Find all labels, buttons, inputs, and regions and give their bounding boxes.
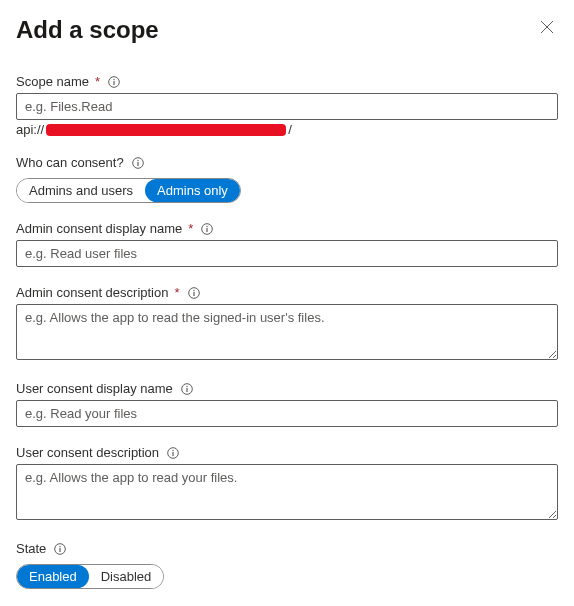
admin-consent-display-name-input[interactable] [16,240,558,267]
admin-consent-display-name-label: Admin consent display name [16,221,182,236]
required-indicator: * [95,74,100,89]
info-icon[interactable] [167,447,179,459]
svg-rect-4 [113,81,114,85]
user-consent-description-label: User consent description [16,445,159,460]
consent-option-admins-only[interactable]: Admins only [145,179,240,202]
consent-option-admins-and-users[interactable]: Admins and users [17,179,145,202]
panel-title: Add a scope [16,16,159,44]
admin-consent-description-label: Admin consent description [16,285,168,300]
info-icon[interactable] [132,157,144,169]
svg-rect-13 [193,292,194,296]
who-can-consent-toggle[interactable]: Admins and users Admins only [16,178,241,203]
state-toggle[interactable]: Enabled Disabled [16,564,164,589]
info-icon[interactable] [201,223,213,235]
info-icon[interactable] [54,543,66,555]
who-can-consent-label: Who can consent? [16,155,124,170]
svg-point-21 [60,545,61,546]
info-icon[interactable] [188,287,200,299]
scope-name-input[interactable] [16,93,558,120]
svg-rect-22 [60,548,61,552]
user-consent-display-name-input[interactable] [16,400,558,427]
required-indicator: * [188,221,193,236]
api-suffix-text: / [288,122,292,137]
state-option-enabled[interactable]: Enabled [17,565,89,588]
close-icon[interactable] [536,16,558,41]
svg-rect-10 [207,228,208,232]
user-consent-description-input[interactable] [16,464,558,520]
admin-consent-description-input[interactable] [16,304,558,360]
svg-rect-19 [172,452,173,456]
svg-rect-7 [137,162,138,166]
api-prefix-row: api:// / [16,122,558,137]
scope-name-label: Scope name [16,74,89,89]
info-icon[interactable] [181,383,193,395]
info-icon[interactable] [108,76,120,88]
svg-point-12 [193,289,194,290]
svg-point-9 [207,225,208,226]
api-prefix-text: api:// [16,122,44,137]
svg-point-6 [137,159,138,160]
required-indicator: * [174,285,179,300]
svg-point-18 [172,449,173,450]
state-option-disabled[interactable]: Disabled [89,565,164,588]
state-label: State [16,541,46,556]
user-consent-display-name-label: User consent display name [16,381,173,396]
svg-point-15 [186,385,187,386]
svg-rect-16 [186,388,187,392]
redacted-app-id [46,124,286,136]
svg-point-3 [113,78,114,79]
